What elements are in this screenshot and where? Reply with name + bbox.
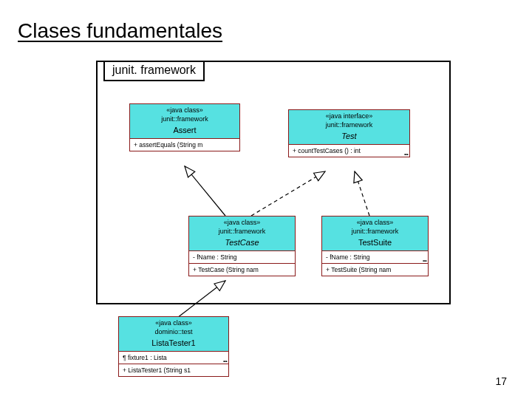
operations: + countTestCases () : int ...	[288, 145, 410, 157]
package-label: junit. framework	[103, 61, 205, 81]
stereotype: «java class»	[133, 106, 236, 115]
attributes: - fName : String ...	[321, 251, 429, 264]
operations: + TestCase (String nam	[188, 264, 296, 276]
stereotype: «java interface»	[292, 112, 406, 121]
class-testcase: «java class» junit::framework TestCase -…	[188, 216, 296, 276]
class-header: «java class» dominio::test ListaTester1	[118, 316, 229, 352]
stereotype: «java class»	[192, 219, 292, 228]
package-path: junit::framework	[292, 121, 406, 130]
interface-test: «java interface» junit::framework Test +…	[288, 109, 410, 157]
operation-text: + countTestCases () : int	[293, 147, 361, 154]
operation-text: + TestCase (String nam	[193, 266, 259, 273]
class-name: TestSuite	[325, 237, 425, 248]
operations: + assertEquals (String m	[129, 139, 240, 151]
stereotype: «java class»	[122, 319, 225, 328]
package-path: junit::framework	[133, 115, 236, 124]
operation-text: + TestSuite (String nam	[326, 266, 391, 273]
ellipsis-icon: ...	[404, 149, 408, 157]
class-name: Test	[292, 131, 406, 141]
operation-text: + assertEquals (String m	[134, 141, 202, 149]
ellipsis-icon: ...	[423, 255, 426, 263]
operations: + ListaTester1 (String s1	[118, 364, 229, 377]
class-testsuite: «java class» junit::framework TestSuite …	[321, 216, 429, 276]
class-name: ListaTester1	[122, 338, 225, 348]
class-assert: «java class» junit::framework Assert + a…	[129, 103, 240, 151]
class-name: TestCase	[192, 237, 292, 248]
stereotype: «java class»	[325, 219, 425, 228]
attribute-text: - fName : String	[326, 253, 370, 261]
class-listatester1: «java class» dominio::test ListaTester1 …	[118, 316, 229, 377]
package-path: dominio::test	[122, 328, 225, 337]
page-number: 17	[495, 375, 507, 387]
attributes: - fName : String	[188, 251, 296, 264]
class-header: «java class» junit::framework TestCase	[188, 216, 296, 251]
class-header: «java class» junit::framework TestSuite	[321, 216, 429, 251]
operations: + TestSuite (String nam	[321, 264, 429, 276]
attribute-text: - fName : String	[193, 253, 237, 261]
class-header: «java interface» junit::framework Test	[288, 109, 410, 145]
class-header: «java class» junit::framework Assert	[129, 103, 240, 139]
operation-text: + ListaTester1 (String s1	[123, 366, 191, 374]
package-path: junit::framework	[325, 228, 425, 236]
slide-title: Clases fundamentales	[18, 19, 222, 43]
attribute-text: ¶ fixture1 : Lista	[123, 354, 167, 361]
ellipsis-icon: ...	[223, 355, 227, 364]
class-name: Assert	[133, 125, 236, 135]
package-path: junit::framework	[192, 228, 292, 236]
attributes: ¶ fixture1 : Lista ...	[118, 352, 229, 364]
